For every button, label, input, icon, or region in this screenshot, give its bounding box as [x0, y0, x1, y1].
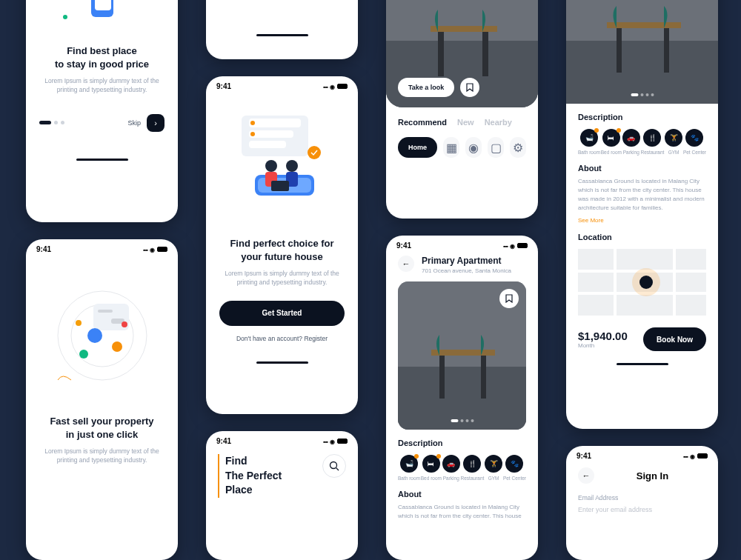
onboarding-illustration: [26, 0, 178, 44]
about-heading: About: [398, 490, 526, 499]
svg-point-19: [265, 160, 277, 172]
amenity-item[interactable]: 🛏Bed room: [601, 129, 622, 155]
svg-rect-48: [664, 28, 669, 73]
svg-rect-46: [607, 22, 681, 28]
amenity-item[interactable]: 🐾Pet Center: [683, 129, 706, 155]
nav-home[interactable]: Home: [398, 137, 437, 158]
svg-rect-47: [617, 28, 622, 73]
bottom-nav: Home ▦ ◉ ▢ ⚙: [386, 127, 538, 165]
bookmark-button[interactable]: [460, 78, 479, 97]
category-tabs: Recommend New Nearby: [386, 107, 538, 127]
amenity-item[interactable]: 🏋GYM: [485, 455, 502, 481]
onboarding-title: Find best place to stay in good price: [26, 44, 178, 70]
about-heading: About: [578, 164, 706, 173]
status-bar: 9:41: [386, 236, 538, 253]
email-label: Email Address: [566, 494, 718, 501]
status-time: 9:41: [576, 452, 591, 460]
svg-rect-13: [249, 130, 293, 138]
skip-link[interactable]: Skip: [127, 119, 141, 127]
svg-rect-27: [98, 310, 113, 313]
svg-rect-43: [481, 356, 486, 399]
onboarding-screen-1: Find best place to stay in good price Lo…: [26, 0, 178, 222]
amenity-item[interactable]: 🐾Pet Center: [503, 455, 526, 481]
take-a-look-button[interactable]: Take a look: [398, 78, 454, 97]
status-bar: 9:41: [206, 431, 358, 448]
amenity-item[interactable]: 🛁Bath room: [398, 455, 420, 481]
tab-recommend[interactable]: Recommend: [398, 118, 447, 127]
svg-rect-41: [431, 350, 495, 356]
nav-settings-icon[interactable]: ⚙: [510, 137, 526, 158]
book-now-button[interactable]: Book Now: [643, 327, 706, 351]
svg-rect-42: [439, 356, 445, 399]
status-bar: 9:41: [206, 76, 358, 93]
bookmark-button[interactable]: [499, 289, 519, 308]
amenity-item[interactable]: 🛏Bed room: [421, 455, 442, 481]
svg-point-14: [250, 132, 255, 136]
svg-point-32: [122, 321, 127, 327]
price-value: $1,940.00: [578, 330, 628, 342]
svg-rect-5: [95, 0, 111, 10]
back-button[interactable]: ←: [398, 256, 414, 272]
status-time: 9:41: [396, 241, 411, 250]
search-home-screen: 9:41 Find The Perfect Place: [206, 431, 358, 560]
email-field[interactable]: Enter your email address: [566, 501, 718, 513]
svg-rect-38: [482, 32, 488, 76]
tab-new[interactable]: New: [457, 118, 474, 127]
amenity-item[interactable]: 🏋GYM: [665, 129, 682, 155]
svg-rect-36: [431, 26, 497, 32]
get-started-button[interactable]: Get Started: [219, 301, 345, 326]
tab-nearby[interactable]: Nearby: [485, 118, 512, 127]
location-map[interactable]: [578, 249, 706, 316]
price-period: Month: [578, 342, 628, 349]
onboarding-body: Lorem Ipsum is simply dummy text of the …: [26, 447, 178, 465]
signin-title: Sign In: [615, 470, 690, 481]
amenity-item[interactable]: 🍴Restaurant: [641, 129, 665, 155]
onboarding-get-started: 9:41 Find per: [206, 76, 358, 414]
home-indicator: [256, 34, 308, 36]
about-text: Cassablanca Ground is located in Malang …: [578, 177, 706, 213]
nav-building-icon[interactable]: ▦: [443, 137, 459, 158]
illustration: [36, 265, 167, 406]
amenity-item[interactable]: 🚗Parking: [442, 455, 460, 481]
hero-image: Primary Apartment 701 Ocean avenue, Sant…: [386, 0, 538, 107]
see-more-link[interactable]: See More: [578, 217, 706, 224]
register-link[interactable]: Don't have an account? Register: [206, 335, 358, 342]
listing-detail-screen: 9:41 ← Primary Apartment 701 Ocean avenu…: [386, 236, 538, 560]
status-time: 9:41: [36, 245, 51, 253]
listing-photo: [398, 281, 526, 430]
svg-rect-37: [438, 32, 444, 76]
back-button[interactable]: ←: [578, 467, 594, 484]
sign-in-screen: 9:41 ← Sign In Email Address Enter your …: [566, 446, 718, 560]
svg-point-33: [76, 320, 82, 326]
listing-detail-full: Description 🛁Bath room 🛏Bed room 🚗Parkin…: [566, 0, 718, 429]
about-text: Cassablanca Ground is located in Malang …: [398, 503, 526, 519]
svg-rect-15: [249, 141, 286, 148]
home-indicator: [76, 159, 128, 161]
svg-rect-11: [249, 119, 301, 127]
svg-point-21: [286, 160, 298, 172]
nav-bookmark-icon[interactable]: ▢: [488, 137, 504, 158]
nav-chat-icon[interactable]: ◉: [465, 137, 482, 158]
amenity-item[interactable]: 🍴Restaurant: [461, 455, 485, 481]
detail-title: Primary Apartment: [422, 256, 511, 266]
onboarding-body: Lorem Ipsum is simply dummy text of the …: [26, 76, 178, 95]
status-bar: 9:41: [566, 446, 718, 463]
status-bar: 9:41: [26, 239, 178, 256]
svg-line-55: [336, 468, 339, 471]
svg-point-29: [87, 328, 102, 343]
detail-title-block: Primary Apartment 701 Ocean avenue, Sant…: [422, 256, 511, 274]
find-title: Find The Perfect Place: [218, 454, 282, 498]
photo-page-indicator: [631, 93, 654, 96]
search-button[interactable]: [322, 454, 346, 478]
next-button[interactable]: ›: [147, 114, 165, 132]
illustration: [216, 101, 348, 219]
svg-point-12: [250, 121, 255, 125]
amenities-row: 🛁Bath room 🛏Bed room 🚗Parking 🍴Restauran…: [566, 121, 718, 155]
map-pin-icon: [639, 276, 653, 289]
photo-page-indicator: [451, 419, 473, 422]
amenity-item[interactable]: 🛁Bath room: [578, 129, 600, 155]
amenity-item[interactable]: 🚗Parking: [622, 129, 640, 155]
onboarding-title: Fast sell your property in just one clic…: [26, 415, 178, 441]
page-indicator: [39, 121, 64, 124]
price-block: $1,940.00 Month: [578, 330, 628, 349]
